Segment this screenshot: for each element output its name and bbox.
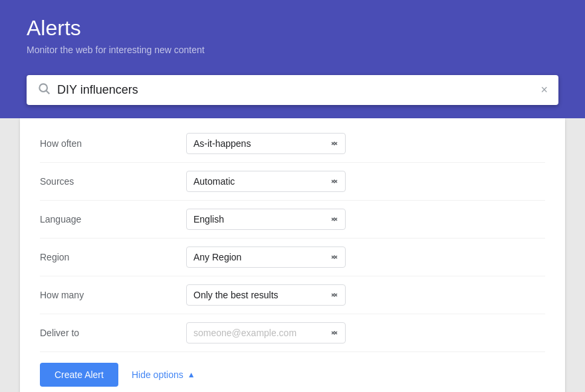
- deliver-to-label: Deliver to: [40, 328, 186, 338]
- actions-row: Create Alert Hide options ▲: [40, 352, 545, 387]
- svg-line-1: [47, 91, 50, 94]
- hide-options-link[interactable]: Hide options ▲: [132, 369, 195, 380]
- region-row: Region Any Region: [40, 239, 545, 276]
- how-many-select[interactable]: Only the best results All results: [186, 284, 346, 306]
- create-alert-button[interactable]: Create Alert: [40, 363, 118, 387]
- deliver-to-select[interactable]: someone@example.com: [186, 322, 346, 343]
- search-bar-wrapper: ×: [0, 75, 585, 118]
- region-label: Region: [40, 252, 186, 262]
- up-arrow-icon: ▲: [187, 370, 195, 379]
- how-often-select[interactable]: As-it-happens At most once a day At most…: [186, 133, 346, 154]
- region-select[interactable]: Any Region: [186, 246, 346, 268]
- clear-icon[interactable]: ×: [540, 83, 548, 97]
- how-many-label: How many: [40, 290, 186, 300]
- deliver-to-row: Deliver to someone@example.com: [40, 314, 545, 352]
- how-often-row: How often As-it-happens At most once a d…: [40, 125, 545, 163]
- options-panel: How often As-it-happens At most once a d…: [20, 118, 565, 392]
- hide-options-label: Hide options: [132, 369, 183, 380]
- search-icon: [37, 82, 51, 98]
- language-row: Language English Any Language: [40, 201, 545, 239]
- search-input[interactable]: [57, 83, 540, 97]
- language-label: Language: [40, 214, 186, 225]
- sources-row: Sources Automatic News Blogs Web Video B…: [40, 163, 545, 201]
- page-subtitle: Monitor the web for interesting new cont…: [27, 45, 558, 55]
- page-header: Alerts Monitor the web for interesting n…: [0, 0, 585, 75]
- page-title: Alerts: [27, 16, 558, 41]
- search-bar: ×: [27, 75, 558, 105]
- sources-label: Sources: [40, 176, 186, 187]
- how-often-label: How often: [40, 138, 186, 149]
- language-select[interactable]: English Any Language: [186, 209, 346, 230]
- svg-point-0: [39, 84, 47, 92]
- sources-select[interactable]: Automatic News Blogs Web Video Books Dis…: [186, 171, 346, 192]
- how-many-row: How many Only the best results All resul…: [40, 276, 545, 314]
